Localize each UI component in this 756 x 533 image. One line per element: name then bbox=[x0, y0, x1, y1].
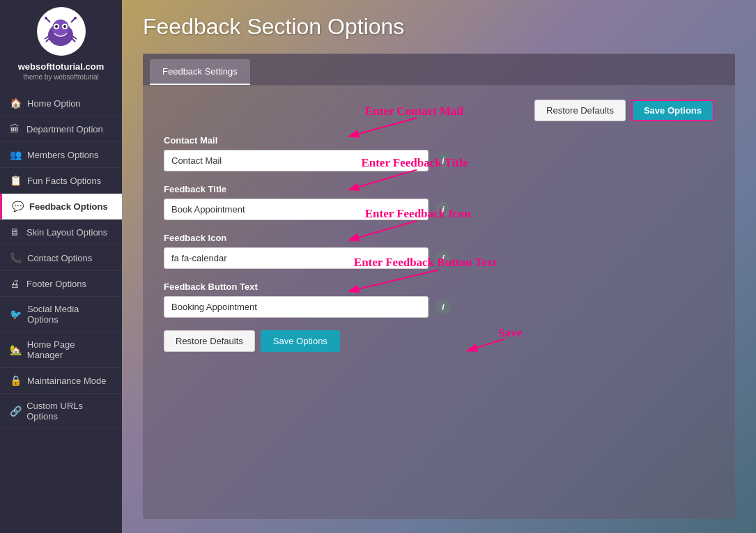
sidebar-item-label: Footer Options bbox=[26, 279, 86, 289]
field-group-feedback-title: Feedback Title i bbox=[164, 184, 714, 220]
svg-point-4 bbox=[55, 25, 58, 28]
feedback-icon-input[interactable] bbox=[164, 247, 429, 269]
sidebar-nav: 🏠 Home Option 🏛 Department Option 👥 Memb… bbox=[0, 91, 122, 429]
field-group-feedback-button-text: Feedback Button Text i bbox=[164, 281, 714, 318]
feedback-button-text-input[interactable] bbox=[164, 296, 429, 318]
sidebar-item-members-options[interactable]: 👥 Members Options bbox=[0, 142, 122, 168]
sidebar-item-label: Feedback Options bbox=[29, 201, 108, 212]
form-area: Enter Contact Mail Enter Feedback Title … bbox=[143, 86, 735, 366]
sidebar-item-label: Members Options bbox=[27, 150, 99, 160]
sidebar-item-feedback-options[interactable]: 💬 Feedback Options bbox=[0, 194, 122, 219]
contact-mail-label: Contact Mail bbox=[164, 135, 714, 146]
sidebar: websofttoturial.com theme by websofttotu… bbox=[0, 0, 122, 533]
feedback-icon-row: i bbox=[164, 247, 714, 269]
feedback-title-row: i bbox=[164, 199, 714, 220]
field-group-feedback-icon: Feedback Icon i bbox=[164, 233, 714, 269]
sidebar-item-label: Home Option bbox=[27, 98, 81, 109]
maintainance-icon: 🔒 bbox=[10, 375, 22, 386]
site-name: websofttoturial.com bbox=[18, 61, 105, 72]
custom-urls-icon: 🔗 bbox=[10, 405, 21, 417]
sidebar-item-skin-layout-options[interactable]: 🖥 Skin Layout Options bbox=[0, 219, 122, 245]
feedback-icon-nav: 💬 bbox=[12, 201, 24, 212]
sidebar-item-label: Department Option bbox=[26, 124, 103, 134]
save-options-button-top[interactable]: Save Options bbox=[631, 100, 714, 121]
contact-mail-row: i bbox=[164, 150, 714, 171]
svg-point-8 bbox=[45, 17, 47, 20]
skin-layout-icon: 🖥 bbox=[10, 226, 21, 238]
social-media-icon: 🐦 bbox=[10, 309, 22, 320]
sidebar-item-label: Contact Options bbox=[27, 253, 92, 263]
save-options-button-bottom[interactable]: Save Options bbox=[261, 330, 340, 352]
tab-feedback-settings[interactable]: Feedback Settings bbox=[150, 59, 250, 85]
sidebar-item-fun-facts-options[interactable]: 📋 Fun Facts Options bbox=[0, 168, 122, 194]
sidebar-item-label: Social Media Options bbox=[27, 304, 112, 325]
annotations-layer: Enter Contact Mail Enter Feedback Title … bbox=[143, 86, 735, 366]
contact-mail-info-icon[interactable]: i bbox=[435, 153, 451, 169]
sidebar-item-contact-options[interactable]: 📞 Contact Options bbox=[0, 245, 122, 271]
feedback-button-text-info-icon[interactable]: i bbox=[435, 300, 451, 315]
svg-line-13 bbox=[72, 36, 77, 39]
site-tagline: theme by websofttoturial bbox=[23, 73, 98, 81]
sidebar-item-department-option[interactable]: 🏛 Department Option bbox=[0, 116, 122, 142]
sidebar-item-label: Maintainance Mode bbox=[27, 376, 106, 386]
site-logo bbox=[37, 7, 86, 56]
sidebar-item-social-media-options[interactable]: 🐦 Social Media Options bbox=[0, 297, 122, 332]
restore-defaults-button-top[interactable]: Restore Defaults bbox=[534, 100, 626, 121]
sidebar-item-label: Custom URLs Options bbox=[26, 401, 112, 422]
home-icon: 🏠 bbox=[10, 98, 22, 109]
feedback-title-input[interactable] bbox=[164, 199, 429, 220]
sidebar-item-home-option[interactable]: 🏠 Home Option bbox=[0, 91, 122, 116]
page-title: Feedback Section Options bbox=[143, 14, 735, 40]
sidebar-item-home-page-manager[interactable]: 🏡 Home Page Manager bbox=[0, 332, 122, 368]
contact-mail-input[interactable] bbox=[164, 150, 429, 171]
sidebar-item-label: Home Page Manager bbox=[27, 339, 112, 360]
svg-line-12 bbox=[45, 36, 49, 39]
feedback-icon-info-icon[interactable]: i bbox=[435, 251, 451, 266]
sidebar-item-maintainance-mode[interactable]: 🔒 Maintainance Mode bbox=[0, 368, 122, 394]
restore-defaults-button-bottom[interactable]: Restore Defaults bbox=[164, 330, 255, 352]
contact-icon: 📞 bbox=[10, 252, 22, 263]
tab-bar: Feedback Settings bbox=[143, 54, 735, 86]
fun-facts-icon: 📋 bbox=[10, 175, 22, 186]
feedback-icon-label: Feedback Icon bbox=[164, 233, 714, 243]
field-group-contact-mail: Contact Mail i bbox=[164, 135, 714, 171]
main-content: Feedback Section Options Feedback Settin… bbox=[122, 0, 756, 533]
footer-icon: 🖨 bbox=[10, 278, 21, 289]
svg-point-9 bbox=[74, 17, 77, 20]
svg-point-5 bbox=[63, 25, 66, 28]
sidebar-item-label: Fun Facts Options bbox=[27, 176, 101, 186]
members-icon: 👥 bbox=[10, 149, 22, 160]
feedback-title-label: Feedback Title bbox=[164, 184, 714, 194]
feedback-button-text-row: i bbox=[164, 296, 714, 318]
feedback-title-info-icon[interactable]: i bbox=[435, 202, 451, 217]
content-panel: Feedback Settings Enter Contact Mail Ent… bbox=[143, 54, 735, 519]
sidebar-item-footer-options[interactable]: 🖨 Footer Options bbox=[0, 271, 122, 297]
top-buttons: Restore Defaults Save Options bbox=[164, 100, 714, 121]
home-page-manager-icon: 🏡 bbox=[10, 344, 22, 355]
sidebar-item-label: Skin Layout Options bbox=[26, 227, 107, 238]
feedback-button-text-label: Feedback Button Text bbox=[164, 281, 714, 292]
sidebar-item-custom-urls-options[interactable]: 🔗 Custom URLs Options bbox=[0, 394, 122, 429]
bottom-buttons: Restore Defaults Save Options bbox=[164, 330, 714, 352]
department-icon: 🏛 bbox=[10, 123, 21, 134]
